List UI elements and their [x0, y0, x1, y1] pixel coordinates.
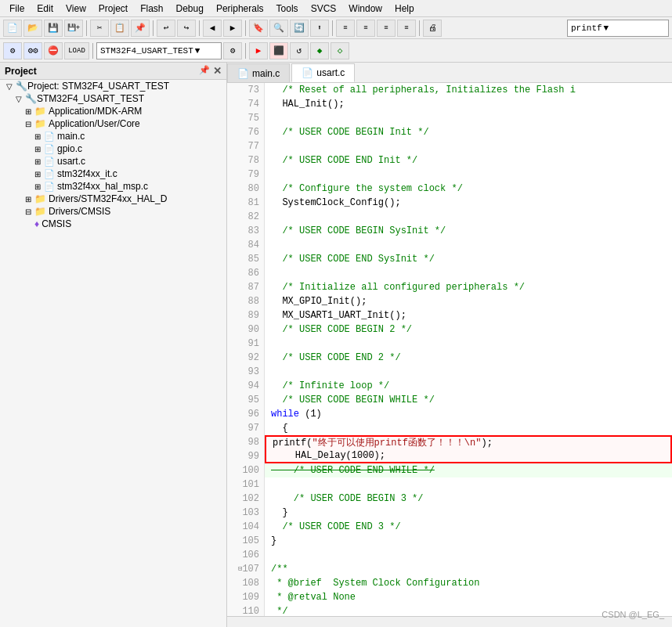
debug-step2-button[interactable]: ◇	[331, 42, 349, 59]
line-number: 84	[227, 238, 264, 252]
line-number: 74	[227, 97, 264, 111]
save-all-button[interactable]: 💾+	[64, 20, 83, 37]
code-line: /* USER CODE END WHILE */	[265, 463, 672, 477]
tree-file-stm32hal[interactable]: ⊞ 📄 stm32f4xx_hal_msp.c	[0, 180, 226, 193]
expand-icon: ▽	[6, 82, 16, 91]
tree-file-gpioc[interactable]: ⊞ 📄 gpio.c	[0, 142, 226, 155]
debug-reset-button[interactable]: ↺	[290, 42, 309, 59]
line-number: 79	[227, 168, 264, 182]
open-button[interactable]: 📂	[23, 20, 42, 37]
line-number: 102	[227, 492, 264, 506]
tree-project-root[interactable]: ▽ 🔧 Project: STM32F4_USART_TEST	[0, 80, 226, 92]
hal-folder-icon: 📁	[34, 193, 46, 204]
line-number: 97	[227, 421, 264, 435]
sep3	[199, 20, 200, 36]
code-line	[265, 266, 672, 280]
sidebar-close-icon[interactable]: ✕	[213, 65, 222, 77]
tree-cmsis-folder[interactable]: ⊟ 📁 Drivers/CMSIS	[0, 205, 226, 218]
menu-help[interactable]: Help	[388, 2, 421, 16]
stm32hal-icon: 📄	[44, 182, 55, 192]
menu-peripherals[interactable]: Peripherals	[210, 2, 270, 16]
stm32it-expand-icon: ⊞	[34, 170, 44, 178]
load-button[interactable]: LOAD	[64, 42, 89, 59]
menu-tools[interactable]: Tools	[270, 2, 305, 16]
menu-project[interactable]: Project	[92, 2, 134, 16]
debug-step-button[interactable]: ◆	[310, 42, 329, 59]
line-number: 86	[227, 266, 264, 280]
code-line: /* Configure the system clock */	[265, 182, 672, 196]
mdk-label: Application/MDK-ARM	[49, 106, 142, 117]
replace-button[interactable]: 🔄	[290, 20, 309, 37]
tree-file-mainc[interactable]: ⊞ 📄 main.c	[0, 130, 226, 142]
tree-hal-folder[interactable]: ⊞ 📁 Drivers/STM32F4xx_HAL_D	[0, 193, 226, 205]
tree-cmsis-item[interactable]: ♦ CMSIS	[0, 218, 226, 230]
tab-usartc[interactable]: 📄 usart.c	[291, 63, 355, 82]
print-button[interactable]: 🖨	[423, 20, 442, 37]
debug-run-button[interactable]: ▶	[249, 42, 268, 59]
line-number: 78	[227, 153, 264, 168]
code-line: * @brief System Clock Configuration	[265, 576, 672, 590]
rebuild-button[interactable]: ⚙⚙	[23, 42, 42, 59]
format2-button[interactable]: ≡	[397, 20, 416, 37]
back-button[interactable]: ◀	[203, 20, 222, 37]
code-line: /* Infinite loop */	[265, 379, 672, 393]
toolbar-1: 📄 📂 💾 💾+ ✂ 📋 📌 ↩ ↪ ◀ ▶ 🔖 🔍 🔄 ⬆ ≡ ≡ ≡ ≡ 🖨…	[0, 17, 672, 39]
sidebar-pin-icon[interactable]: 📌	[199, 65, 210, 77]
usartc-tab-icon: 📄	[302, 67, 313, 78]
stm32it-icon: 📄	[44, 169, 55, 179]
format-button[interactable]: ≡	[377, 20, 396, 37]
cmsis-folder-icon: 📁	[34, 206, 46, 217]
bookmark-button[interactable]: 🔖	[249, 20, 268, 37]
line-number: 95	[227, 393, 264, 407]
config-dropdown[interactable]: printf ▼	[567, 20, 669, 37]
debug-stop-button[interactable]: ⬛	[269, 42, 288, 59]
menu-file[interactable]: File	[3, 2, 31, 16]
save-button[interactable]: 💾	[44, 20, 63, 37]
menu-edit[interactable]: Edit	[31, 2, 60, 16]
code-editor[interactable]: 7374757677787980818283848586878889909192…	[227, 83, 672, 616]
align-left-button[interactable]: ≡	[336, 20, 355, 37]
paste-button[interactable]: 📌	[131, 20, 150, 37]
code-line: SystemClock_Config();	[265, 196, 672, 210]
menubar: File Edit View Project Flash Debug Perip…	[0, 0, 672, 17]
code-line: printf("终于可以使用printf函数了！！！\n");	[265, 435, 672, 449]
project-settings-button[interactable]: ⚙	[223, 42, 242, 59]
code-line: /* Reset of all peripherals, Initializes…	[265, 83, 672, 97]
forward-button[interactable]: ▶	[223, 20, 242, 37]
menu-debug[interactable]: Debug	[170, 2, 210, 16]
project-dropdown-arrow[interactable]: ▼	[195, 46, 201, 56]
tree-file-usartc[interactable]: ⊞ 📄 usart.c	[0, 155, 226, 168]
search-button[interactable]: 🔍	[269, 20, 288, 37]
cmsis-folder-label: Drivers/CMSIS	[49, 206, 110, 217]
code-content[interactable]: /* Reset of all peripherals, Initializes…	[265, 83, 672, 616]
menu-view[interactable]: View	[60, 2, 92, 16]
cmsis-diamond-icon: ♦	[34, 218, 39, 229]
mdk-folder-icon: 📁	[34, 106, 46, 117]
tree-stm32-node[interactable]: ▽ 🔧 STM32F4_USART_TEST	[0, 92, 226, 105]
sep4	[245, 20, 246, 36]
tree-file-stm32it[interactable]: ⊞ 📄 stm32f4xx_it.c	[0, 168, 226, 180]
menu-window[interactable]: Window	[342, 2, 388, 16]
cut-button[interactable]: ✂	[90, 20, 109, 37]
usartc-icon: 📄	[44, 157, 55, 167]
menu-svcs[interactable]: SVCS	[305, 2, 343, 16]
mainc-label: main.c	[57, 131, 85, 142]
tree-user-core-folder[interactable]: ⊟ 📁 Application/User/Core	[0, 117, 226, 130]
new-file-button[interactable]: 📄	[3, 20, 22, 37]
copy-button[interactable]: 📋	[110, 20, 129, 37]
align-right-button[interactable]: ≡	[356, 20, 375, 37]
sep8	[245, 43, 246, 59]
undo-button[interactable]: ↩	[157, 20, 175, 37]
indent-button[interactable]: ⬆	[310, 20, 329, 37]
tab-mainc[interactable]: 📄 main.c	[227, 63, 290, 82]
build-button[interactable]: ⚙	[3, 42, 22, 59]
line-number: 73	[227, 83, 264, 97]
dropdown-arrow-icon[interactable]: ▼	[604, 23, 609, 33]
redo-button[interactable]: ↪	[177, 20, 196, 37]
stop-build-button[interactable]: ⛔	[44, 42, 63, 59]
menu-flash[interactable]: Flash	[134, 2, 169, 16]
tree-mdk-folder[interactable]: ⊞ 📁 Application/MDK-ARM	[0, 105, 226, 117]
stm32-expand-icon: ▽	[16, 95, 25, 103]
project-dropdown[interactable]: STM32F4_USART_TEST ▼	[96, 42, 222, 59]
usartc-label: usart.c	[57, 156, 85, 167]
